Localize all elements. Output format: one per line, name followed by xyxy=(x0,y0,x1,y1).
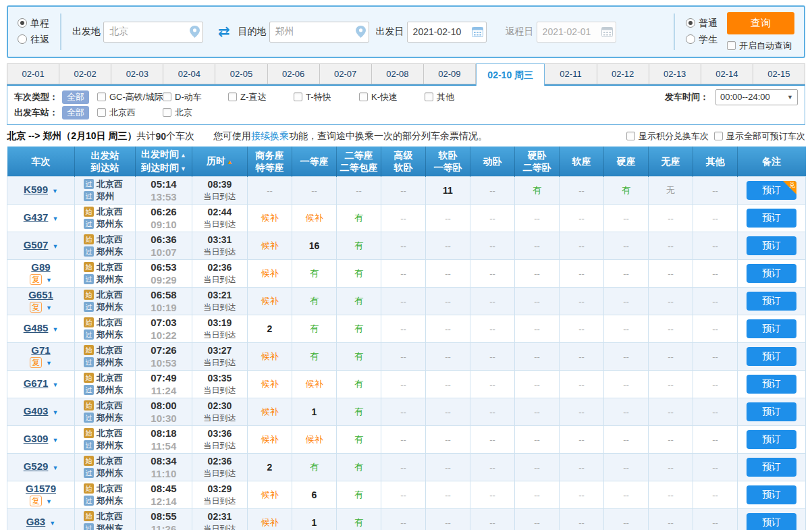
train-number-link[interactable]: G529 xyxy=(24,460,49,472)
train-number-link[interactable]: G485 xyxy=(24,322,49,334)
date-tab-02-09[interactable]: 02-09 xyxy=(424,63,476,84)
book-button[interactable]: 预订 xyxy=(747,513,796,530)
train-number-link[interactable]: G403 xyxy=(24,405,49,417)
auto-query-checkbox[interactable]: 开启自动查询 xyxy=(727,39,794,52)
depart-station-checkbox-北京[interactable]: 北京 xyxy=(163,107,192,119)
train-number-link[interactable]: G89 xyxy=(31,261,50,273)
book-button[interactable]: 预订 xyxy=(747,430,796,449)
checkbox-icon xyxy=(228,92,237,101)
expand-arrow-icon[interactable]: ▼ xyxy=(46,498,52,505)
book-button[interactable]: 预订 xyxy=(747,319,796,338)
book-button[interactable]: 预订 xyxy=(747,375,796,394)
from-input[interactable] xyxy=(103,22,203,43)
date-tab-02-01[interactable]: 02-01 xyxy=(7,63,59,84)
transfer-link[interactable]: 接续换乘 xyxy=(251,130,289,141)
expand-arrow-icon[interactable]: ▼ xyxy=(52,215,58,222)
train-number-link[interactable]: G83 xyxy=(26,516,45,527)
column-header-硬卧-二等卧: 硬卧二等卧 xyxy=(515,147,560,177)
seat-cell: 候补 xyxy=(248,481,292,509)
book-button[interactable]: 预订 xyxy=(747,292,796,311)
depart-station-all-badge[interactable]: 全部 xyxy=(62,106,89,120)
date-tab-02-15[interactable]: 02-15 xyxy=(753,63,805,84)
table-row: G309▼始北京西过郑州东08:1811:5403:36当日到达候补候补有---… xyxy=(7,426,806,454)
seat-cell: -- xyxy=(337,177,381,205)
seat-cell: 有 xyxy=(337,454,381,481)
expand-arrow-icon[interactable]: ▼ xyxy=(52,326,58,333)
date-tab-02-07[interactable]: 02-07 xyxy=(320,63,372,84)
round-trip-radio[interactable]: 往返 xyxy=(18,34,49,46)
seat-cell: 候补 xyxy=(248,205,292,232)
expand-arrow-icon[interactable]: ▼ xyxy=(52,409,58,416)
expand-arrow-icon[interactable]: ▼ xyxy=(46,304,52,311)
date-tab-02-10[interactable]: 02-10 周三 xyxy=(476,63,545,86)
book-button[interactable]: 预订 xyxy=(747,347,796,366)
seat-cell: -- xyxy=(604,481,649,509)
one-way-radio[interactable]: 单程 xyxy=(18,18,49,30)
column-header-历时[interactable]: 历时▲ xyxy=(192,147,248,177)
train-number-link[interactable]: K599 xyxy=(24,184,48,195)
column-header-出发站-到达站: 出发站到达站 xyxy=(75,147,136,177)
train-type-checkbox-T-特快[interactable]: T-特快 xyxy=(294,91,359,103)
book-button[interactable]: 预订 xyxy=(747,209,796,228)
book-button[interactable]: 预订 xyxy=(747,402,796,421)
train-number-link[interactable]: G71 xyxy=(31,344,50,356)
date-tab-02-12[interactable]: 02-12 xyxy=(597,63,649,84)
table-row: K599▼过北京西过郑州05:1413:5308:39当日到达--------1… xyxy=(7,177,806,205)
sort-up-icon[interactable]: ▲ xyxy=(180,152,186,159)
depart-time: 05:14 xyxy=(136,178,192,190)
expand-arrow-icon[interactable]: ▼ xyxy=(46,277,52,284)
expand-arrow-icon[interactable]: ▼ xyxy=(52,437,58,444)
expand-arrow-icon[interactable]: ▼ xyxy=(49,520,55,527)
date-tab-02-08[interactable]: 02-08 xyxy=(372,63,424,84)
train-number-link[interactable]: G507 xyxy=(24,239,49,250)
train-type-checkbox-K-快速[interactable]: K-快速 xyxy=(359,91,425,103)
expand-arrow-icon[interactable]: ▼ xyxy=(52,188,58,194)
train-number-link[interactable]: G309 xyxy=(24,433,49,444)
date-tab-02-11[interactable]: 02-11 xyxy=(545,63,597,84)
depart-time-select[interactable]: 00:00--24:00 ▼ xyxy=(715,89,798,105)
book-button[interactable]: 预订 xyxy=(747,458,796,477)
to-input[interactable] xyxy=(269,22,369,43)
date-tab-02-03[interactable]: 02-03 xyxy=(111,63,163,84)
seat-cell: -- xyxy=(693,315,738,343)
train-type-checkbox-其他[interactable]: 其他 xyxy=(425,91,454,103)
date-tab-02-05[interactable]: 02-05 xyxy=(215,63,267,84)
train-type-checkbox-D-动车[interactable]: D-动车 xyxy=(163,91,228,103)
calendar-icon[interactable] xyxy=(472,26,483,37)
book-button[interactable]: 预订 xyxy=(747,264,796,283)
date-tab-02-14[interactable]: 02-14 xyxy=(701,63,753,84)
expand-arrow-icon[interactable]: ▼ xyxy=(52,243,58,250)
train-type-checkbox-Z-直达[interactable]: Z-直达 xyxy=(228,91,294,103)
train-number-link[interactable]: G1579 xyxy=(26,483,56,494)
book-button[interactable]: 预订 xyxy=(747,236,796,255)
column-header-出发时间-到达时间[interactable]: 出发时间▲到达时间▼ xyxy=(136,147,192,177)
train-number-link[interactable]: G671 xyxy=(24,377,49,389)
date-tab-02-06[interactable]: 02-06 xyxy=(268,63,320,84)
train-type-checkbox-GC-高铁/城际[interactable]: GC-高铁/城际 xyxy=(97,91,163,103)
seat-cell: 候补 xyxy=(292,426,337,454)
depart-station-checkbox-北京西[interactable]: 北京西 xyxy=(97,107,163,119)
depart-time: 06:53 xyxy=(136,261,192,273)
expand-arrow-icon[interactable]: ▼ xyxy=(52,381,58,388)
book-button[interactable]: 预订 xyxy=(747,485,796,504)
show-points-checkbox[interactable]: 显示积分兑换车次 xyxy=(626,130,709,142)
column-header-动卧: 动卧 xyxy=(470,147,515,177)
query-button[interactable]: 查询 xyxy=(727,12,794,34)
date-tab-02-02[interactable]: 02-02 xyxy=(59,63,111,84)
book-button[interactable]: 预订兑 xyxy=(747,181,796,200)
train-type-all-badge[interactable]: 全部 xyxy=(62,90,89,104)
date-tab-02-13[interactable]: 02-13 xyxy=(649,63,701,84)
seat-cell: 有 xyxy=(337,205,381,232)
expand-arrow-icon[interactable]: ▼ xyxy=(46,360,52,367)
train-number-link[interactable]: G437 xyxy=(24,211,49,223)
expand-arrow-icon[interactable]: ▼ xyxy=(52,465,58,471)
student-radio[interactable]: 学生 xyxy=(686,34,718,46)
date-tab-02-04[interactable]: 02-04 xyxy=(163,63,215,84)
show-all-bookable-checkbox[interactable]: 显示全部可预订车次 xyxy=(714,130,805,142)
sort-up-icon[interactable]: ▲ xyxy=(227,159,233,165)
normal-radio[interactable]: 普通 xyxy=(686,18,718,30)
swap-stations-icon[interactable]: ⇄ xyxy=(218,24,230,40)
duration: 03:19 xyxy=(192,317,247,329)
sort-down-icon[interactable]: ▼ xyxy=(180,165,186,172)
train-number-link[interactable]: G651 xyxy=(28,289,53,300)
